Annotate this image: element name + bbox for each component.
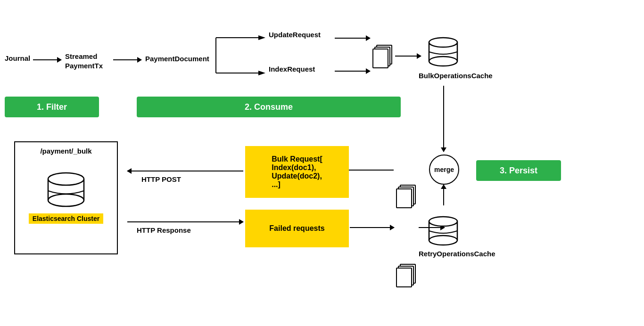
doc-stack-merge-left [396, 185, 417, 208]
svg-point-17 [48, 173, 84, 185]
merge-circle: merge [429, 155, 459, 185]
arrow-failed-to-docstack [350, 227, 394, 228]
doc-stack-failed [396, 264, 417, 287]
elasticsearch-cluster-box: /payment/_bulk Elasticsearch Cluster [14, 141, 118, 254]
journal-label: Journal [5, 54, 30, 62]
index-request-label: IndexRequest [269, 65, 315, 73]
arrow-journal-to-streamed [33, 59, 61, 60]
svg-point-14 [48, 194, 84, 206]
es-db-icon [42, 158, 90, 210]
svg-point-13 [429, 217, 457, 226]
streamed-payment-tx-label: StreamedPaymentTx [65, 52, 103, 70]
http-post-label: HTTP POST [141, 175, 181, 183]
arrow-es-response [127, 221, 243, 222]
arrow-retry-to-merge [443, 185, 444, 205]
filter-banner: 1. Filter [5, 97, 99, 117]
elasticsearch-cluster-label: Elasticsearch Cluster [29, 213, 103, 224]
consume-banner: 2. Consume [137, 97, 401, 117]
svg-point-9 [429, 38, 457, 47]
svg-marker-5 [258, 71, 265, 75]
failed-requests-box: Failed requests [245, 210, 349, 247]
payment-document-label: PaymentDocument [145, 55, 209, 63]
bulk-request-text: Bulk Request[Index(doc1),Update(doc2),..… [272, 155, 322, 189]
failed-requests-text: Failed requests [269, 224, 324, 233]
http-response-label: HTTP Response [137, 226, 191, 234]
update-request-label: UpdateRequest [269, 31, 321, 39]
persist-banner: 3. Persist [476, 160, 561, 181]
svg-point-6 [429, 57, 457, 66]
doc-stack-top [372, 45, 393, 68]
retry-operations-cache-db [424, 205, 462, 247]
svg-marker-2 [258, 35, 265, 40]
bulk-operations-cache-label: BulkOperationsCache [419, 72, 493, 80]
arrow-update-to-docstack [335, 38, 370, 39]
arrow-docstack-to-bulk-cache [395, 56, 421, 57]
arrow-bulk-to-es [127, 171, 243, 171]
payment-bulk-label: /payment/_bulk [40, 147, 91, 155]
diagram: Journal StreamedPaymentTx PaymentDocumen… [0, 0, 644, 326]
bulk-request-box: Bulk Request[Index(doc1),Update(doc2),..… [245, 146, 349, 198]
arrow-bulk-cache-down [443, 86, 444, 152]
bulk-operations-cache-db [424, 26, 462, 68]
arrow-index-to-docstack [335, 71, 370, 72]
svg-point-10 [429, 236, 457, 245]
retry-operations-cache-label: RetryOperationsCache [419, 250, 495, 258]
arrow-streamed-to-paymentdoc [113, 59, 141, 60]
